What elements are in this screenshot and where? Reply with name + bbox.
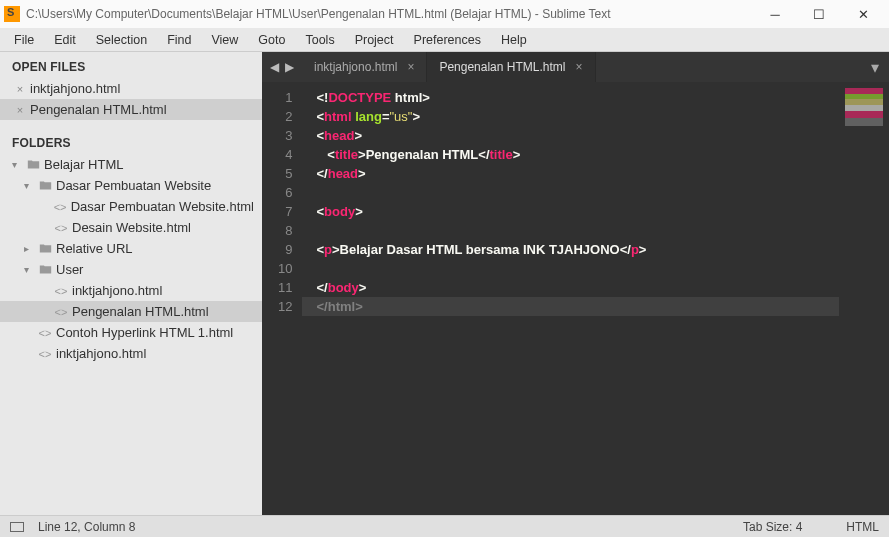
tree-folder[interactable]: ▾Dasar Pembuatan Website (0, 175, 262, 196)
tree-label: Dasar Pembuatan Website (56, 178, 211, 193)
close-icon[interactable]: × (14, 83, 26, 95)
menu-help[interactable]: Help (491, 30, 537, 50)
menu-bar: FileEditSelectionFindViewGotoToolsProjec… (0, 28, 889, 52)
open-file[interactable]: ×inktjahjono.html (0, 78, 262, 99)
tree-file[interactable]: <>Contoh Hyperlink HTML 1.html (0, 322, 262, 343)
tree-label: Pengenalan HTML.html (72, 304, 209, 319)
file-icon: <> (54, 285, 68, 297)
gutter: 123456789101112 (262, 82, 302, 515)
minimize-button[interactable]: ─ (753, 0, 797, 28)
tree-label: Dasar Pembuatan Website.html (71, 199, 254, 214)
folder-icon (38, 263, 52, 276)
tab-nav-right-icon[interactable]: ▶ (285, 60, 294, 74)
file-icon: <> (38, 348, 52, 360)
menu-edit[interactable]: Edit (44, 30, 86, 50)
menu-preferences[interactable]: Preferences (404, 30, 491, 50)
window-title: C:\Users\My Computer\Documents\Belajar H… (26, 7, 753, 21)
open-file[interactable]: ×Pengenalan HTML.html (0, 99, 262, 120)
tab-overflow-icon[interactable]: ▾ (861, 52, 889, 82)
folder-icon (38, 179, 52, 192)
chevron-down-icon[interactable]: ▾ (24, 264, 34, 275)
file-icon: <> (54, 222, 68, 234)
menu-file[interactable]: File (4, 30, 44, 50)
menu-goto[interactable]: Goto (248, 30, 295, 50)
menu-view[interactable]: View (201, 30, 248, 50)
close-icon[interactable]: × (14, 104, 26, 116)
status-bar: Line 12, Column 8 Tab Size: 4 HTML (0, 515, 889, 537)
status-tabsize[interactable]: Tab Size: 4 (743, 520, 802, 534)
tree-label: Contoh Hyperlink HTML 1.html (56, 325, 233, 340)
open-file-label: inktjahjono.html (30, 81, 120, 96)
close-button[interactable]: ✕ (841, 0, 885, 28)
maximize-button[interactable]: ☐ (797, 0, 841, 28)
tab-label: Pengenalan HTML.html (439, 60, 565, 74)
close-icon[interactable]: × (575, 60, 582, 74)
tree-file[interactable]: <>Pengenalan HTML.html (0, 301, 262, 322)
tree-label: Belajar HTML (44, 157, 123, 172)
app-icon (4, 6, 20, 22)
tree-file[interactable]: <>Desain Website.html (0, 217, 262, 238)
chevron-right-icon[interactable]: ▸ (24, 243, 34, 254)
menu-find[interactable]: Find (157, 30, 201, 50)
tree-file[interactable]: <>Dasar Pembuatan Website.html (0, 196, 262, 217)
folder-icon (26, 158, 40, 171)
tree-file[interactable]: <>inktjahjono.html (0, 343, 262, 364)
editor-area: ◀ ▶ inktjahjono.html×Pengenalan HTML.htm… (262, 52, 889, 515)
status-language[interactable]: HTML (846, 520, 879, 534)
file-icon: <> (54, 306, 68, 318)
tree-folder[interactable]: ▾Belajar HTML (0, 154, 262, 175)
code-editor[interactable]: <!DOCTYPE html><html lang="us"><head> <t… (302, 82, 839, 515)
file-icon: <> (53, 201, 66, 213)
tab-nav-left-icon[interactable]: ◀ (270, 60, 279, 74)
panel-switcher-icon[interactable] (10, 522, 24, 532)
folder-icon (38, 242, 52, 255)
tree-folder[interactable]: ▾User (0, 259, 262, 280)
status-cursor[interactable]: Line 12, Column 8 (38, 520, 135, 534)
tree-label: Relative URL (56, 241, 133, 256)
tree-label: inktjahjono.html (72, 283, 162, 298)
menu-selection[interactable]: Selection (86, 30, 157, 50)
title-bar: C:\Users\My Computer\Documents\Belajar H… (0, 0, 889, 28)
file-icon: <> (38, 327, 52, 339)
sidebar: OPEN FILES ×inktjahjono.html×Pengenalan … (0, 52, 262, 515)
open-files-header: OPEN FILES (0, 52, 262, 78)
tree-folder[interactable]: ▸Relative URL (0, 238, 262, 259)
tab[interactable]: inktjahjono.html× (302, 52, 427, 82)
menu-project[interactable]: Project (345, 30, 404, 50)
chevron-down-icon[interactable]: ▾ (24, 180, 34, 191)
tree-label: Desain Website.html (72, 220, 191, 235)
close-icon[interactable]: × (407, 60, 414, 74)
minimap[interactable] (839, 82, 889, 515)
tree-label: User (56, 262, 83, 277)
menu-tools[interactable]: Tools (295, 30, 344, 50)
tree-label: inktjahjono.html (56, 346, 146, 361)
chevron-down-icon[interactable]: ▾ (12, 159, 22, 170)
open-file-label: Pengenalan HTML.html (30, 102, 167, 117)
folders-header: FOLDERS (0, 128, 262, 154)
tab-label: inktjahjono.html (314, 60, 397, 74)
tab[interactable]: Pengenalan HTML.html× (427, 52, 595, 82)
tree-file[interactable]: <>inktjahjono.html (0, 280, 262, 301)
tab-bar: ◀ ▶ inktjahjono.html×Pengenalan HTML.htm… (262, 52, 889, 82)
